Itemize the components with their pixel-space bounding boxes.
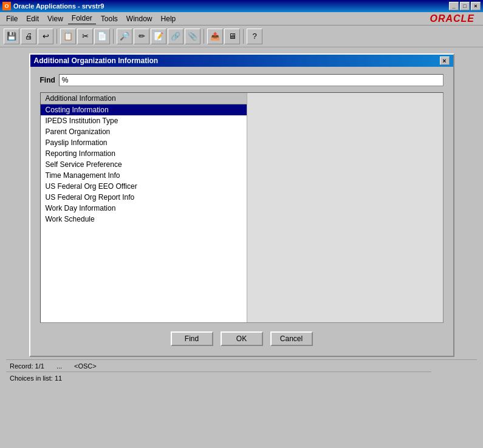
find-row: Find [40, 74, 444, 86]
button-row: Find OK Cancel [40, 331, 444, 346]
toolbar-btn-1[interactable]: 💾 [4, 29, 19, 44]
separator-2 [113, 29, 114, 44]
menu-folder[interactable]: Folder [68, 13, 96, 24]
find-button[interactable]: Find [171, 331, 213, 346]
list-item-timemanagement[interactable]: Time Management Info [41, 170, 247, 181]
app-icon: O [2, 2, 11, 10]
main-area: Additional Organization Information × Fi… [0, 47, 483, 412]
title-bar: O Oracle Applications - srvstr9 _ □ × [0, 0, 483, 12]
list-column-left: Additional Information Costing Informati… [41, 93, 247, 322]
list-container: Additional Information Costing Informati… [40, 92, 444, 323]
menu-window[interactable]: Window [123, 13, 156, 24]
choices-bar: Choices in list: 11 [6, 372, 431, 384]
choices-label: Choices in list: 11 [10, 375, 62, 382]
separator-3 [204, 29, 204, 44]
toolbar-btn-help[interactable]: ? [247, 29, 262, 44]
dialog-title-bar: Additional Organization Information × [30, 55, 453, 67]
list-item-costing[interactable]: Costing Information [41, 104, 247, 115]
toolbar-btn-2[interactable]: 🖨 [21, 29, 36, 44]
menu-edit[interactable]: Edit [22, 13, 43, 24]
toolbar-btn-7[interactable]: 🔎 [117, 29, 132, 44]
find-input[interactable] [59, 74, 444, 86]
list-header: Additional Information [41, 93, 247, 104]
list-item-useeo[interactable]: US Federal Org EEO Officer [41, 181, 247, 192]
osc-indicator: <OSC> [74, 362, 97, 370]
record-bar: Record: 1/1 ... <OSC> [6, 359, 477, 372]
menu-view[interactable]: View [44, 13, 67, 24]
toolbar-btn-10[interactable]: 🔗 [168, 29, 183, 44]
list-item-workschedule[interactable]: Work Schedule [41, 214, 247, 225]
title-bar-buttons: _ □ × [449, 2, 481, 10]
maximize-button[interactable]: □ [460, 2, 470, 10]
menu-file[interactable]: File [2, 13, 21, 24]
toolbar-btn-8[interactable]: ✏ [134, 29, 149, 44]
toolbar-btn-12[interactable]: 📤 [207, 29, 223, 44]
list-column-right [247, 93, 443, 322]
toolbar-btn-9[interactable]: 📝 [151, 29, 166, 44]
window-title: Oracle Applications - srvstr9 [13, 2, 104, 10]
close-button[interactable]: × [471, 2, 481, 10]
list-item-workday[interactable]: Work Day Information [41, 203, 247, 214]
ok-button[interactable]: OK [221, 331, 263, 346]
record-ellipsis: ... [57, 362, 62, 370]
list-item-ipeds[interactable]: IPEDS Institution Type [41, 115, 247, 126]
dialog: Additional Organization Information × Fi… [29, 53, 454, 357]
list-item-selfservice[interactable]: Self Service Preference [41, 159, 247, 170]
menu-tools[interactable]: Tools [97, 13, 122, 24]
list-item-parent[interactable]: Parent Organization [41, 126, 247, 137]
toolbar-btn-4[interactable]: 📋 [60, 29, 76, 44]
list-item-payslip[interactable]: Payslip Information [41, 137, 247, 148]
toolbar-btn-5[interactable]: ✂ [77, 29, 93, 44]
toolbar-btn-11[interactable]: 📎 [185, 29, 200, 44]
cancel-button[interactable]: Cancel [270, 331, 313, 346]
oracle-logo: ORACLE [430, 13, 481, 24]
menu-help[interactable]: Help [157, 13, 180, 24]
separator-4 [243, 29, 244, 44]
dialog-close-button[interactable]: × [440, 56, 450, 65]
list-item-usreport[interactable]: US Federal Org Report Info [41, 192, 247, 203]
separator-1 [57, 29, 57, 44]
menu-items: File Edit View Folder Tools Window Help [2, 13, 179, 24]
toolbar: 💾 🖨 ↩ 📋 ✂ 📄 🔎 ✏ 📝 🔗 📎 📤 🖥 ? [0, 25, 483, 47]
minimize-button[interactable]: _ [449, 2, 459, 10]
dialog-title: Additional Organization Information [34, 56, 159, 65]
record-indicator: Record: 1/1 [10, 362, 44, 370]
toolbar-btn-13[interactable]: 🖥 [224, 29, 240, 44]
find-label: Find [40, 76, 55, 84]
dialog-body: Find Additional Information Costing Info… [30, 67, 453, 356]
toolbar-btn-3[interactable]: ↩ [38, 29, 53, 44]
menu-bar: File Edit View Folder Tools Window Help … [0, 12, 483, 25]
toolbar-btn-6[interactable]: 📄 [94, 29, 110, 44]
list-item-reporting[interactable]: Reporting Information [41, 148, 247, 159]
